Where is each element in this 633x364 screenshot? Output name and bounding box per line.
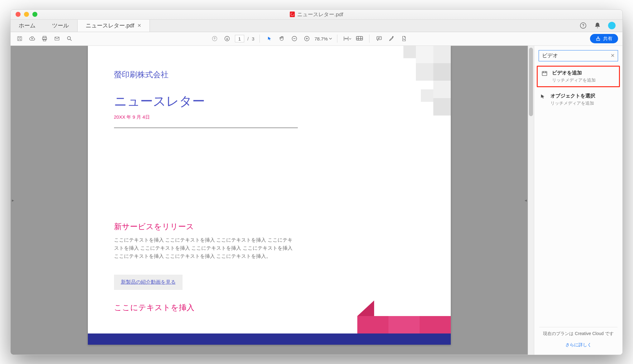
tab-document[interactable]: ニュースレター.pdf ✕	[77, 20, 150, 32]
newsletter-title: ニュースレター	[114, 93, 425, 110]
share-icon	[596, 36, 601, 41]
share-button[interactable]: 共有	[590, 34, 618, 43]
svg-rect-12	[356, 36, 363, 40]
tab-tools[interactable]: ツール	[44, 20, 77, 32]
scroll-thumb[interactable]	[529, 48, 533, 116]
window-controls	[11, 12, 37, 17]
highlight-icon[interactable]	[387, 34, 396, 43]
cloud-upload-icon[interactable]	[27, 34, 37, 43]
horizontal-rule	[114, 128, 298, 128]
search-icon[interactable]	[65, 34, 74, 43]
search-result-select-object[interactable]: オブジェクトを選択 リッチメディアを追加	[534, 89, 622, 110]
page-total: 3	[252, 36, 254, 41]
close-tab-icon[interactable]: ✕	[137, 23, 141, 28]
print-icon[interactable]	[40, 34, 49, 43]
vertical-scrollbar[interactable]	[528, 46, 534, 355]
minimize-window-button[interactable]	[24, 12, 29, 17]
section1-body: ここにテキストを挿入 ここにテキストを挿入 ここにテキストを挿入 ここにテキスト…	[114, 236, 295, 260]
comment-icon[interactable]	[374, 34, 384, 43]
decorative-squares	[395, 46, 451, 145]
tab-home[interactable]: ホーム	[11, 20, 44, 32]
tab-tools-label: ツール	[52, 22, 69, 29]
page-number-input[interactable]	[235, 35, 244, 42]
tools-search-panel: ✕ ビデオを追加 リッチメディアを追加 オブジェクトを選択 リッチメディアを追加	[534, 46, 622, 355]
tabstrip-right	[579, 20, 622, 32]
zoom-level[interactable]: 78.7%	[315, 36, 332, 41]
help-icon[interactable]	[579, 22, 587, 29]
chevron-down-icon	[329, 38, 332, 40]
main-area: ▸ ◂ 螢印刷株式会社 ニュースレター 20XX 年 9 月 4日	[11, 46, 622, 355]
result-title: オブジェクトを選択	[550, 93, 595, 99]
plan-info: 現在のプランは Creative Cloud です	[534, 331, 622, 342]
svg-rect-2	[17, 36, 21, 40]
notifications-icon[interactable]	[594, 22, 601, 29]
section2-heading: ここにテキストを挿入	[114, 302, 425, 313]
video-icon	[541, 70, 548, 77]
svg-point-1	[583, 27, 583, 27]
tool-search-field[interactable]: ✕	[539, 50, 618, 61]
save-icon[interactable]	[15, 34, 24, 43]
company-name: 螢印刷株式会社	[114, 69, 425, 80]
svg-point-7	[67, 36, 70, 40]
sign-icon[interactable]	[399, 34, 409, 43]
window-title-text: ニュースレター.pdf	[297, 11, 343, 18]
search-result-add-video[interactable]: ビデオを追加 リッチメディアを追加	[537, 66, 620, 87]
section1-heading: 新サービスをリリース	[114, 221, 425, 232]
tab-strip: ホーム ツール ニュースレター.pdf ✕	[11, 20, 622, 32]
intro-video-link[interactable]: 新製品の紹介動画を見る	[121, 279, 176, 285]
fit-width-icon[interactable]	[342, 34, 352, 43]
pdf-file-icon	[290, 12, 295, 17]
toolbar: / 3 78.7% 共有	[11, 32, 622, 46]
result-subtitle: リッチメディアを追加	[552, 78, 596, 83]
tab-home-label: ホーム	[19, 22, 36, 29]
zoom-out-icon[interactable]	[290, 34, 299, 43]
zoom-in-icon[interactable]	[302, 34, 312, 43]
clear-search-icon[interactable]: ✕	[611, 53, 615, 59]
svg-rect-13	[377, 36, 382, 40]
search-input[interactable]	[542, 53, 608, 59]
page-up-icon[interactable]	[210, 34, 219, 43]
svg-rect-15	[542, 71, 547, 75]
user-avatar[interactable]	[608, 22, 616, 29]
share-label: 共有	[603, 36, 612, 42]
intro-video-button[interactable]: 新製品の紹介動画を見る	[114, 275, 183, 290]
learn-more-link[interactable]: さらに詳しく	[534, 342, 622, 355]
page-sep: /	[247, 36, 249, 41]
tab-document-label: ニュースレター.pdf	[86, 22, 134, 29]
pointer-icon	[540, 93, 546, 100]
newsletter-date: 20XX 年 9 月 4日	[114, 114, 425, 120]
window-title: ニュースレター.pdf	[290, 11, 343, 18]
select-tool-icon[interactable]	[265, 34, 274, 43]
close-window-button[interactable]	[16, 12, 21, 17]
zoom-window-button[interactable]	[32, 12, 37, 17]
svg-rect-5	[43, 39, 46, 41]
page-footer-deco	[88, 317, 451, 345]
zoom-value: 78.7%	[315, 36, 328, 41]
document-viewport[interactable]: ▸ ◂ 螢印刷株式会社 ニュースレター 20XX 年 9 月 4日	[11, 46, 528, 355]
left-panel-toggle[interactable]: ▸	[11, 191, 14, 210]
app-window: ニュースレター.pdf ホーム ツール ニュースレター.pdf ✕	[10, 9, 623, 355]
pdf-page: 螢印刷株式会社 ニュースレター 20XX 年 9 月 4日 新サービスをリリース…	[88, 46, 451, 345]
email-icon[interactable]	[52, 34, 62, 43]
page-down-icon[interactable]	[222, 34, 232, 43]
result-subtitle: リッチメディアを追加	[550, 101, 595, 106]
titlebar: ニュースレター.pdf	[11, 10, 622, 20]
result-title: ビデオを追加	[552, 70, 596, 76]
right-panel-toggle[interactable]: ◂	[524, 191, 527, 210]
page-display-icon[interactable]	[355, 34, 364, 43]
hand-tool-icon[interactable]	[277, 34, 287, 43]
